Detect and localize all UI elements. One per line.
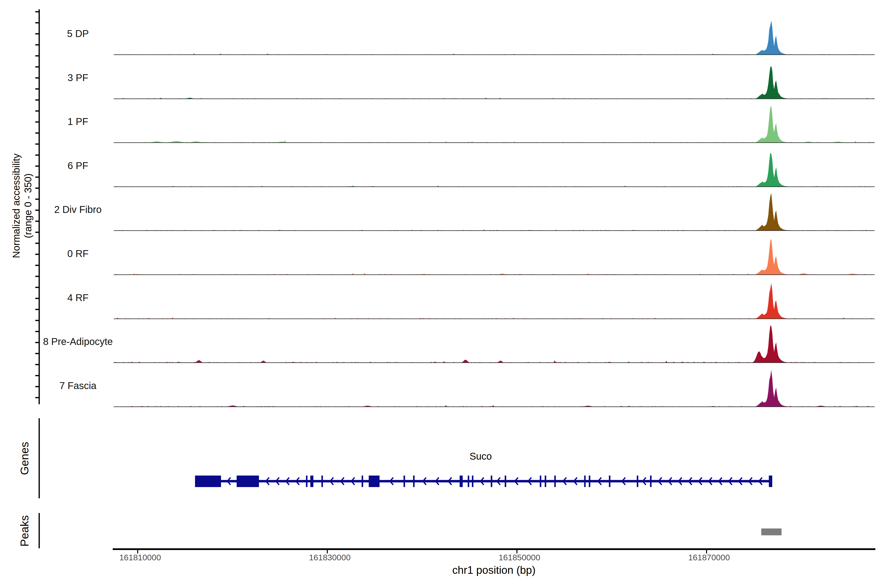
y-axis-minor-tick (35, 11, 39, 12)
peaks-section-label: Peaks (18, 492, 31, 570)
track-baseline-4 (114, 230, 874, 231)
gene-exon-7 (404, 476, 405, 487)
y-axis-minor-tick (35, 66, 39, 68)
gene-exon-1 (237, 476, 259, 487)
track-baseline-8 (114, 406, 874, 407)
track-label-4rf: 4 RF (21, 292, 134, 303)
y-axis-minor-tick (35, 364, 39, 365)
gene-exon-18 (589, 476, 590, 487)
gene-exon-22 (769, 476, 772, 487)
signal-track-7 (114, 326, 874, 363)
gene-exon-20 (637, 476, 638, 487)
y-axis-title-line1: Normalized accessibility (10, 120, 22, 292)
x-tick-label-161870000: 161870000 (670, 553, 748, 562)
track-baseline-6 (114, 318, 874, 319)
signal-track-4 (114, 193, 874, 231)
gene-exon-16 (554, 476, 556, 487)
x-tick-label-161850000: 161850000 (480, 553, 559, 562)
y-axis-minor-tick (35, 265, 39, 266)
y-axis-minor-tick (35, 331, 39, 332)
y-axis-minor-tick (35, 111, 39, 112)
gene-exon-17 (584, 476, 585, 487)
y-axis-minor-tick (35, 99, 39, 101)
signal-track-3 (114, 153, 874, 187)
y-axis-minor-tick (35, 276, 39, 277)
y-axis-minor-tick (35, 144, 39, 145)
genes-axis-line (39, 418, 40, 498)
y-axis-minor-tick (35, 243, 39, 244)
track-label-0rf: 0 RF (21, 248, 134, 259)
gene-exon-8 (413, 476, 414, 487)
y-axis-minor-tick (35, 154, 39, 156)
signal-track-6 (114, 283, 874, 319)
x-tick-label-161810000: 161810000 (101, 553, 179, 562)
track-baseline-1 (114, 99, 874, 99)
gene-exon-12 (491, 476, 492, 487)
coverage-plot-figure: Normalized accessibility (range 0 - 350)… (0, 0, 882, 588)
gene-exon-3 (310, 476, 314, 487)
y-axis-minor-tick (35, 177, 39, 178)
gene-exon-4 (321, 476, 323, 487)
gene-exon-5 (362, 476, 363, 487)
called-peak-bar (761, 528, 782, 536)
gene-exon-6 (369, 476, 380, 487)
gene-body-line (195, 480, 772, 482)
y-axis-minor-tick (35, 56, 39, 57)
y-axis-minor-tick (35, 397, 39, 398)
gene-exon-15 (544, 476, 546, 487)
y-axis-minor-tick (35, 287, 39, 288)
y-axis-minor-tick (35, 188, 39, 189)
y-axis-minor-tick (35, 309, 39, 310)
track-label-7fascia: 7 Fascia (21, 380, 134, 391)
gene-exon-13 (505, 476, 506, 487)
signal-track-5 (114, 239, 874, 274)
gene-exon-11 (472, 476, 473, 487)
y-axis-minor-tick (35, 375, 39, 376)
gene-exon-14 (540, 476, 541, 487)
track-baseline-5 (114, 274, 874, 275)
track-label-8preadipocyte: 8 Pre-Adipocyte (21, 336, 134, 347)
gene-name-suco: Suco (432, 451, 530, 462)
signal-track-1 (114, 66, 874, 99)
signal-track-8 (114, 370, 874, 407)
gene-exon-0 (195, 476, 221, 487)
y-axis-minor-tick (35, 221, 39, 222)
track-label-2divfibro: 2 Div Fibro (21, 204, 134, 215)
track-label-6pf: 6 PF (21, 160, 134, 171)
gene-exon-2 (306, 476, 308, 487)
y-axis-minor-tick (35, 320, 39, 321)
y-axis-minor-tick (35, 22, 39, 24)
track-baseline-0 (114, 54, 874, 55)
y-axis-minor-tick (35, 353, 39, 354)
track-label-3pf: 3 PF (21, 72, 134, 83)
signal-track-2 (114, 106, 874, 142)
track-label-5dp: 5 DP (21, 28, 134, 39)
track-baseline-2 (114, 142, 874, 143)
y-axis-minor-tick (35, 44, 39, 46)
x-axis-title: chr1 position (bp) (396, 564, 592, 576)
y-axis-minor-tick (35, 199, 39, 200)
genes-section-label: Genes (18, 419, 31, 498)
x-tick-label-161830000: 161830000 (291, 553, 369, 562)
gene-exon-21 (650, 476, 651, 487)
gene-exon-9 (460, 476, 462, 487)
y-axis-minor-tick (35, 132, 39, 134)
track-label-1pf: 1 PF (21, 116, 134, 127)
signal-track-0 (114, 21, 874, 55)
track-baseline-7 (114, 362, 874, 363)
gene-exon-19 (609, 476, 610, 487)
peaks-axis-line (39, 513, 40, 548)
y-axis-minor-tick (35, 232, 39, 233)
x-axis-line (113, 548, 875, 550)
y-axis-minor-tick (35, 88, 39, 90)
track-baseline-3 (114, 186, 874, 187)
gene-exon-10 (468, 476, 469, 487)
